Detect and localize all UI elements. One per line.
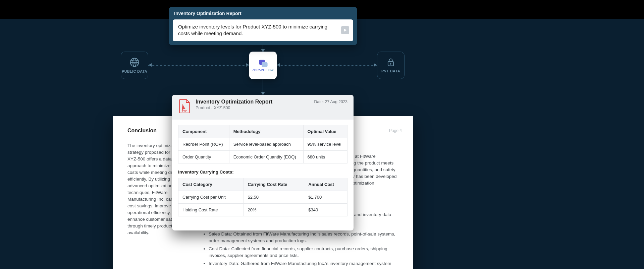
zbrain-logo-icon xyxy=(258,59,268,68)
run-button[interactable] xyxy=(341,26,349,34)
list-item: Sales Data: Obtained from FitWare Manufa… xyxy=(209,231,397,244)
table-header: Carrying Cost Rate xyxy=(244,178,304,191)
private-data-label: PVT DATA xyxy=(381,69,400,73)
table-row: Holding Cost Rate 20% $340 xyxy=(178,204,347,216)
pdf-icon: PDF xyxy=(178,99,191,115)
zbrain-flow-card: ZBRAIN FLOW xyxy=(249,52,277,79)
prompt-title: Inventory Optimization Report xyxy=(169,7,357,19)
globe-icon xyxy=(129,57,140,67)
carrying-costs-table: Cost Category Carrying Cost Rate Annual … xyxy=(178,178,347,216)
private-data-box: PVT DATA xyxy=(377,52,405,79)
table-header: Component xyxy=(178,125,229,138)
lock-icon xyxy=(386,58,395,67)
methodology-table: Component Methodology Optimal Value Reor… xyxy=(178,125,347,163)
report-date: Date: 27 Aug 2023 xyxy=(314,99,347,104)
carrying-costs-title: Inventory Carrying Costs: xyxy=(178,170,347,175)
table-row: Reorder Point (ROP) Service level-based … xyxy=(178,138,347,151)
svg-rect-5 xyxy=(390,64,391,65)
prompt-card: Inventory Optimization Report Optimize i… xyxy=(169,7,357,45)
public-data-box: PUBLIC DATA xyxy=(121,52,148,79)
zbrain-flow-label: ZBRAIN FLOW xyxy=(253,68,274,72)
page-number: Page 4 xyxy=(389,128,402,133)
connector-flow-to-private xyxy=(277,65,377,66)
report-subtitle: Product - XYZ-500 xyxy=(196,106,310,110)
data-collection-bullets: Sales Data: Obtained from FitWare Manufa… xyxy=(203,231,397,269)
table-header: Annual Cost xyxy=(304,178,347,191)
report-card: PDF Inventory Optimization Report Produc… xyxy=(172,95,354,230)
play-icon xyxy=(343,28,347,32)
svg-text:PDF: PDF xyxy=(182,110,187,113)
report-title: Inventory Optimization Report xyxy=(196,99,310,105)
list-item: Cost Data: Collected from financial reco… xyxy=(209,246,397,259)
prompt-text: Optimize inventory levels for Product XY… xyxy=(178,24,327,36)
table-header: Cost Category xyxy=(178,178,244,191)
report-header: PDF Inventory Optimization Report Produc… xyxy=(172,95,354,120)
list-item: Inventory Data: Gathered from FitWare Ma… xyxy=(209,260,397,269)
table-header: Methodology xyxy=(229,125,303,138)
table-row: Carrying Cost per Unit $2.50 $1,700 xyxy=(178,191,347,204)
connector-public-to-flow xyxy=(148,65,249,66)
table-row: Order Quantity Economic Order Quantity (… xyxy=(178,151,347,163)
prompt-input[interactable]: Optimize inventory levels for Product XY… xyxy=(173,19,353,41)
svg-rect-7 xyxy=(262,62,268,67)
public-data-label: PUBLIC DATA xyxy=(122,69,147,73)
table-header: Optimal Value xyxy=(303,125,347,138)
